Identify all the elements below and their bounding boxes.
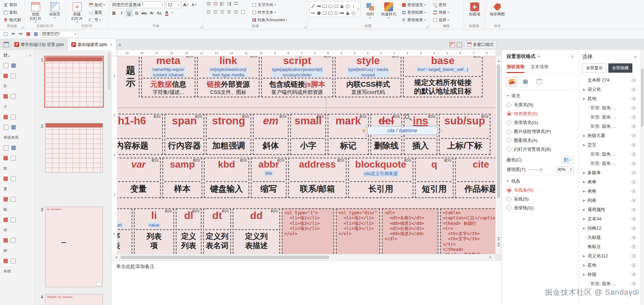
section-button[interactable]: 节 [87, 16, 106, 23]
selection-list-item[interactable]: ▶块级元素 [582, 131, 637, 140]
line-shape-icon[interactable] [311, 13, 315, 13]
selection-handle[interactable] [366, 125, 368, 127]
redo-icon[interactable] [18, 31, 24, 37]
slide-preview[interactable] [45, 123, 103, 173]
replace-button[interactable]: 替换 [432, 9, 461, 16]
scroll-left-icon[interactable] [114, 256, 117, 259]
tool-strip-item[interactable] [0, 60, 34, 71]
distribute-icon[interactable] [233, 9, 239, 14]
arrange-button[interactable]: 排列 [362, 1, 379, 20]
tag-card[interactable]: <ul type="1"> <li>项1</li> <li>项2</li> <l… [282, 208, 334, 254]
bold-button[interactable] [111, 10, 118, 16]
pentagon-shape-icon[interactable] [317, 11, 321, 15]
transparency-slider[interactable] [528, 169, 543, 170]
bullets-icon[interactable] [206, 1, 211, 7]
fill-and-line-icon[interactable] [507, 77, 517, 86]
scroll-up-icon[interactable] [497, 59, 500, 62]
tag-card[interactable]: ⅡO①address联系/邮箱 [288, 158, 347, 198]
line-option-radio[interactable]: 无线条(N) [507, 186, 574, 195]
visibility-eye-icon[interactable] [631, 143, 636, 147]
selection-handle[interactable] [436, 134, 439, 136]
view-mode-icon[interactable] [450, 42, 455, 47]
show-all-button[interactable]: 全部显示 [582, 63, 606, 73]
fill-option-radio[interactable]: 图片或纹理填充(P) [507, 127, 574, 136]
tag-card[interactable]: ⅡO①span行内容器 [165, 114, 204, 155]
copy-button[interactable]: 复制 [2, 9, 22, 16]
notes-pane[interactable]: 单击此处添加备注 [111, 260, 501, 272]
selection-list-item[interactable]: ▶语义化 [582, 85, 637, 94]
panes-icon[interactable] [3, 42, 9, 47]
expand-arrow-icon[interactable]: ▶ [583, 143, 587, 147]
expand-arrow-icon[interactable]: ▶ [583, 134, 587, 137]
dialog-launcher-icon[interactable] [200, 26, 203, 28]
expand-arrow-icon[interactable]: ▶ [583, 208, 587, 211]
shape-outline-button[interactable]: 形状轮廓 [400, 9, 427, 16]
columns-icon[interactable] [240, 9, 245, 14]
selection-list-item[interactable]: 矩形: 圆角 ... [582, 112, 637, 122]
fill-option-radio[interactable]: 无填充(N) [507, 100, 574, 109]
chevron-down-icon[interactable] [537, 56, 540, 59]
selection-list-item[interactable]: ▶语义化112 [582, 251, 637, 260]
align-left-icon[interactable] [206, 9, 211, 14]
slide-thumbnail[interactable]: 2 [34, 123, 111, 173]
slider-handle[interactable] [540, 168, 542, 171]
shape-effects-button[interactable]: 形状效果 [400, 16, 427, 23]
visibility-eye-icon[interactable] [631, 125, 636, 128]
selected-textbox[interactable]: cite / datetime [367, 126, 438, 135]
rounded-rectangle-shape-icon[interactable] [323, 12, 327, 15]
panel-scrollbar[interactable] [640, 50, 644, 305]
tag-card[interactable]: 题 示 [118, 56, 139, 97]
vertical-scrollbar[interactable] [495, 56, 501, 254]
tool-strip-item[interactable] [0, 143, 34, 153]
underline-button[interactable] [126, 10, 133, 16]
visibility-eye-icon[interactable] [631, 106, 636, 110]
expand-arrow-icon[interactable]: ▶ [583, 190, 587, 193]
size-properties-icon[interactable] [534, 77, 544, 86]
new-slide-button[interactable]: 新建 幻灯片 [68, 1, 86, 24]
selection-list-item[interactable]: ▶列表 [582, 196, 637, 205]
tool-strip-item[interactable]: 考线布局 [0, 132, 34, 143]
tag-card[interactable]: ⅡO①metaname/http-equiv/ content /charset… [141, 56, 195, 97]
selection-list-item[interactable]: ▶表格 [582, 186, 637, 196]
rounded-rectangle-shape-icon[interactable] [328, 5, 332, 8]
brace-shape-icon[interactable] [353, 4, 354, 9]
selection-list-item[interactable]: ▶结构12 [582, 223, 637, 233]
visibility-eye-icon[interactable] [631, 245, 636, 248]
selection-list-item[interactable]: 矩形: 圆角 ... [582, 149, 637, 159]
tool-strip-item[interactable] [0, 153, 34, 163]
visibility-eye-icon[interactable] [631, 254, 636, 258]
font-name-select[interactable]: 阿里巴巴普惠体 ! [111, 1, 165, 8]
selection-list-item[interactable]: 矩形: 圆角 ... [582, 122, 637, 131]
tool-strip-item[interactable] [0, 91, 34, 101]
effects-icon[interactable] [520, 77, 531, 86]
selection-handle[interactable] [436, 125, 439, 127]
diamond-shape-icon[interactable] [345, 4, 350, 9]
diamond-shape-icon[interactable] [351, 11, 356, 15]
tag-card[interactable]: ⅡO①var变量 [118, 158, 161, 198]
selection-handle[interactable] [366, 134, 368, 136]
tag-card[interactable]: ⅡO④sub/sup上标/下标 [439, 114, 490, 155]
selection-list-item[interactable]: 角标注 [582, 242, 637, 251]
tool-strip-item[interactable]: 转 [0, 245, 34, 256]
selection-list-item[interactable]: ▶交互 [582, 140, 637, 149]
visibility-eye-icon[interactable] [631, 236, 636, 239]
increase-font-button[interactable] [183, 1, 190, 8]
dialog-launcher-icon[interactable] [304, 26, 306, 28]
visibility-eye-icon[interactable] [631, 162, 636, 165]
tool-strip-item[interactable]: 量 [0, 184, 34, 194]
visibility-eye-icon[interactable] [631, 180, 636, 184]
file-tab-1[interactable]: 重学前端计划-背景.pptx [11, 39, 68, 50]
horizontal-scrollbar[interactable] [111, 254, 495, 260]
cut-button[interactable]: 剪切 [2, 1, 22, 8]
close-panel-icon[interactable] [571, 54, 574, 59]
visibility-eye-icon[interactable] [631, 171, 636, 174]
tag-card[interactable]: ⅡO①samp样本 [162, 158, 202, 198]
visibility-eye-icon[interactable] [631, 88, 636, 91]
tag-card[interactable]: <table> <caption>汇总</caption> <thead> 标题… [440, 208, 495, 254]
online-slides-button[interactable]: 在线 幻灯片 [27, 1, 45, 24]
window-layout-icon[interactable] [457, 42, 462, 47]
selection-handle[interactable] [401, 125, 404, 127]
visibility-eye-icon[interactable] [631, 208, 636, 211]
expand-arrow-icon[interactable]: ▶ [583, 217, 587, 221]
visibility-eye-icon[interactable] [631, 199, 636, 202]
